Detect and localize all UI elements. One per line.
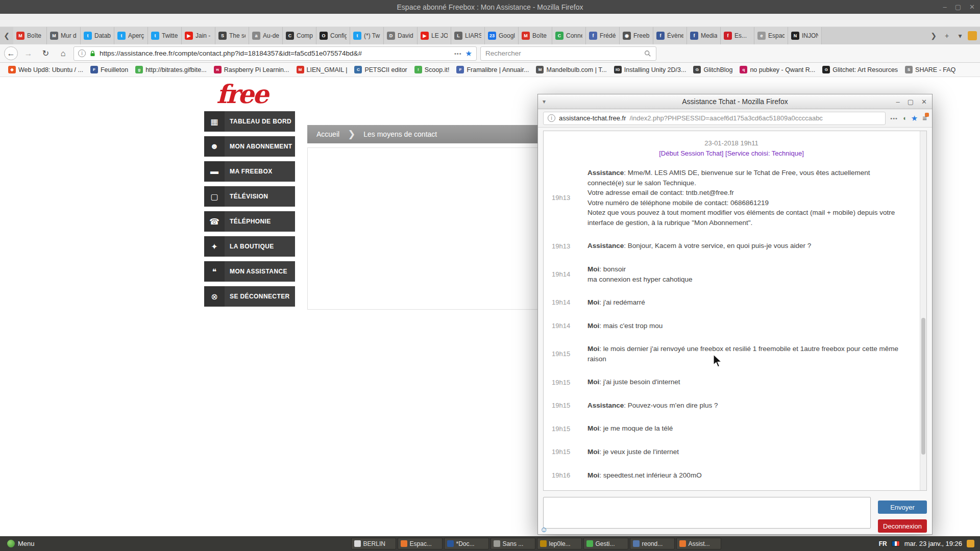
bookmark-item[interactable]: C PETSCII editor: [351, 66, 410, 73]
taskbar-app-icon[interactable]: [146, 539, 157, 549]
menu-item[interactable]: [55, 14, 65, 27]
sidebar-item[interactable]: ▬ MA FREEBOX: [204, 161, 295, 182]
bookmark-item[interactable]: ◆ Web Upd8: Ubuntu / ...: [5, 66, 86, 73]
chat-scrollbar[interactable]: [920, 131, 926, 490]
session-manager-icon[interactable]: [968, 31, 977, 40]
site-info-icon[interactable]: [78, 49, 86, 57]
emoticon-icon[interactable]: [540, 525, 548, 534]
browser-tab[interactable]: D David ✕: [384, 27, 418, 44]
applications-menu-button[interactable]: Menu: [3, 536, 39, 551]
taskbar-app-icon[interactable]: [193, 539, 204, 549]
browser-tab[interactable]: t Twitte ✕: [148, 27, 182, 44]
breadcrumb-home[interactable]: Accueil: [316, 130, 339, 138]
browser-tab[interactable]: M Boîte ✕: [13, 27, 47, 44]
taskbar-app-icon[interactable]: [264, 539, 274, 549]
bookmark-item[interactable]: ! Scoop.it!: [411, 66, 453, 73]
sidebar-item[interactable]: ▢ TÉLÉVISION: [204, 186, 295, 207]
bookmark-star-icon[interactable]: [465, 49, 472, 58]
bookmark-item[interactable]: F Framalibre | Annuair...: [453, 66, 532, 73]
taskbar-app-icon[interactable]: [135, 539, 145, 549]
browser-tab[interactable]: O Config ✕: [316, 27, 350, 44]
browser-tab[interactable]: e Espac ✕: [754, 27, 788, 44]
minimize-icon[interactable]: [943, 3, 947, 11]
sidebar-item[interactable]: ▦ TABLEAU DE BORD: [204, 111, 295, 132]
taskbar-app-icon[interactable]: [158, 539, 168, 549]
page-actions-icon[interactable]: [454, 51, 462, 57]
browser-tab[interactable]: f Frédé ✕: [586, 27, 620, 44]
chat-message-input[interactable]: [543, 497, 871, 529]
browser-tab[interactable]: t Aperç ✕: [114, 27, 148, 44]
keyboard-layout-indicator[interactable]: FR: [879, 540, 887, 547]
browser-tab[interactable]: f Évène ✕: [653, 27, 687, 44]
sidebar-item[interactable]: ✦ LA BOUTIQUE: [204, 236, 295, 257]
menu-item[interactable]: [24, 14, 35, 27]
bookmark-item[interactable]: F Feuilleton: [87, 66, 131, 73]
taskbar-window-button[interactable]: *Doc...: [444, 538, 489, 549]
taskbar-app-icon[interactable]: [53, 539, 63, 549]
send-button[interactable]: Envoyer: [878, 500, 927, 514]
taskbar-window-button[interactable]: BERLIN: [351, 538, 396, 549]
notification-icon[interactable]: [967, 540, 974, 547]
browser-tab[interactable]: N INJON ✕: [788, 27, 822, 44]
tab-scroll-left-icon[interactable]: ❮: [0, 27, 13, 44]
browser-tab[interactable]: C Comp ✕: [283, 27, 316, 44]
free-logo[interactable]: free: [216, 79, 267, 109]
sidebar-item[interactable]: ☎ TÉLÉPHONIE: [204, 211, 295, 232]
url-bar[interactable]: https://assistance.free.fr/compte/contac…: [74, 46, 477, 61]
taskbar-app-icon[interactable]: [229, 539, 239, 549]
browser-tab[interactable]: f Es... ✕: [721, 27, 754, 44]
bookmark-star-icon[interactable]: [911, 114, 918, 123]
taskbar-app-icon[interactable]: [205, 539, 215, 549]
menu-item[interactable]: [65, 14, 76, 27]
taskbar-app-icon[interactable]: [240, 539, 251, 549]
chat-close-icon[interactable]: [921, 98, 927, 106]
bookmark-item[interactable]: π Raspberry Pi Learnin...: [211, 66, 292, 73]
menu-item[interactable]: [35, 14, 45, 27]
taskbar-window-button[interactable]: Gesti...: [583, 538, 628, 549]
back-button[interactable]: [4, 46, 18, 60]
close-icon[interactable]: [969, 3, 975, 11]
menu-item[interactable]: [14, 14, 24, 27]
taskbar-app-icon[interactable]: [64, 539, 75, 549]
taskbar-window-button[interactable]: lep0le...: [537, 538, 582, 549]
sidebar-item[interactable]: ⊗ SE DÉCONNECTER: [204, 286, 295, 307]
taskbar-window-button[interactable]: Espac...: [398, 538, 443, 549]
taskbar-window-button[interactable]: Assist...: [676, 538, 721, 549]
taskbar-app-icon[interactable]: [217, 539, 227, 549]
bookmark-item[interactable]: M Mandelbulb.com | T...: [533, 66, 609, 73]
browser-tab[interactable]: a Au-delà d ✕: [249, 27, 283, 44]
chat-window-titlebar[interactable]: Assistance Tchat - Mozilla Firefox: [538, 94, 932, 109]
forward-button[interactable]: [21, 46, 35, 60]
taskbar-app-icon[interactable]: [100, 539, 110, 549]
browser-tab[interactable]: ▶ LE JOU ✕: [418, 27, 451, 44]
browser-tab[interactable]: S The se ✕: [215, 27, 249, 44]
language-flag-icon[interactable]: [892, 541, 900, 546]
bookmark-item[interactable]: S SHARE - FAQ: [902, 66, 959, 73]
taskbar-app-icon[interactable]: [182, 539, 192, 549]
reload-button[interactable]: [39, 46, 53, 60]
chat-url-bar[interactable]: assistance-tchat.free.fr/index2.php?PHPS…: [543, 112, 886, 125]
tab-scroll-right-icon[interactable]: ❯: [927, 27, 940, 44]
browser-tab[interactable]: C Conne ✕: [552, 27, 586, 44]
taskbar-app-icon[interactable]: [276, 539, 286, 549]
site-info-icon[interactable]: [548, 114, 555, 122]
page-actions-icon[interactable]: [890, 115, 898, 121]
taskbar-app-icon[interactable]: [299, 539, 309, 549]
bookmark-item[interactable]: g http://bitrates.gifbite...: [132, 66, 210, 73]
maximize-icon[interactable]: [955, 3, 961, 11]
window-menu-icon[interactable]: [543, 98, 546, 105]
browser-tab[interactable]: M Boîte ✕: [519, 27, 552, 44]
taskbar-app-icon[interactable]: [41, 539, 51, 549]
taskbar-app-icon[interactable]: [334, 539, 345, 549]
browser-tab[interactable]: 23 Googl ✕: [485, 27, 519, 44]
bookmark-item[interactable]: M LIEN_GMAIL |: [293, 66, 351, 73]
taskbar-app-icon[interactable]: [88, 539, 98, 549]
scrollbar-thumb[interactable]: [921, 318, 925, 455]
taskbar-app-icon[interactable]: [311, 539, 321, 549]
menu-item[interactable]: [4, 14, 14, 27]
menu-item[interactable]: [45, 14, 55, 27]
taskbar-app-icon[interactable]: [252, 539, 262, 549]
taskbar-window-button[interactable]: Sans ...: [491, 538, 535, 549]
browser-tab[interactable]: t (*) Tw ✕: [350, 27, 384, 44]
tab-list-icon[interactable]: ▾: [953, 27, 967, 44]
